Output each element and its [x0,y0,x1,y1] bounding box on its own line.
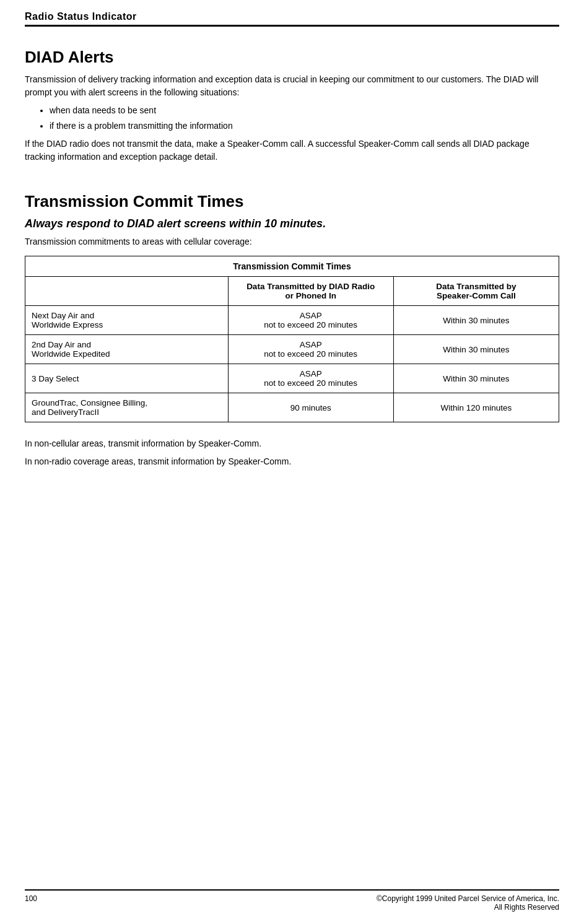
footer-right: ©Copyright 1999 United Parcel Service of… [377,894,559,912]
row-4-col2: 90 minutes [228,393,393,422]
row-1-label: Next Day Air andWorldwide Express [25,306,229,335]
row-2-col2: ASAPnot to exceed 20 minutes [228,335,393,364]
page-footer: 100 ©Copyright 1999 United Parcel Servic… [25,889,559,918]
page-number: 100 [25,894,37,903]
col-header-3: Data Transmitted bySpeaker-Comm Call [393,277,559,306]
row-3-label: 3 Day Select [25,364,229,393]
main-content: DIAD Alerts Transmission of delivery tra… [25,41,559,924]
transmission-sub-heading: Always respond to DIAD alert screens wit… [25,217,559,230]
col-header-2: Data Transmitted by DIAD Radioor Phoned … [228,277,393,306]
transmission-table: Transmission Commit Times Data Transmitt… [25,256,559,422]
diad-alerts-section: DIAD Alerts Transmission of delivery tra… [25,48,559,163]
table-row: 2nd Day Air andWorldwide Expedited ASAPn… [25,335,559,364]
bullet-item-2: if there is a problem transmitting the i… [50,120,559,133]
page-header: Radio Status Indicator [25,0,559,27]
bullet-item-1: when data needs to be sent [50,104,559,117]
table-row: Next Day Air andWorldwide Express ASAPno… [25,306,559,335]
row-1-col2: ASAPnot to exceed 20 minutes [228,306,393,335]
page-header-title: Radio Status Indicator [25,11,137,22]
table-row: 3 Day Select ASAPnot to exceed 20 minute… [25,364,559,393]
row-3-col2: ASAPnot to exceed 20 minutes [228,364,393,393]
row-4-col3: Within 120 minutes [393,393,559,422]
diad-alerts-body: If the DIAD radio does not transmit the … [25,137,559,163]
row-2-label: 2nd Day Air andWorldwide Expedited [25,335,229,364]
col-header-1 [25,277,229,306]
non-radio-text: In non-radio coverage areas, transmit in… [25,455,559,468]
row-3-col3: Within 30 minutes [393,364,559,393]
row-4-label: GroundTrac, Consignee Billing,and Delive… [25,393,229,422]
diad-alerts-intro: Transmission of delivery tracking inform… [25,73,559,99]
row-1-col3: Within 30 minutes [393,306,559,335]
transmission-footer: In non-cellular areas, transmit informat… [25,437,559,468]
diad-alerts-heading: DIAD Alerts [25,48,559,67]
footer-left: 100 [25,894,37,912]
diad-alerts-bullets: when data needs to be sent if there is a… [50,104,559,133]
transmission-heading: Transmission Commit Times [25,192,559,211]
table-row: GroundTrac, Consignee Billing,and Delive… [25,393,559,422]
transmission-intro: Transmission commitments to areas with c… [25,235,559,248]
table-main-header: Transmission Commit Times [25,256,559,277]
footer-rights: All Rights Reserved [377,903,559,912]
spacer-1 [25,168,559,186]
footer-copyright: ©Copyright 1999 United Parcel Service of… [377,894,559,903]
row-2-col3: Within 30 minutes [393,335,559,364]
transmission-section: Transmission Commit Times Always respond… [25,192,559,468]
non-cellular-text: In non-cellular areas, transmit informat… [25,437,559,450]
